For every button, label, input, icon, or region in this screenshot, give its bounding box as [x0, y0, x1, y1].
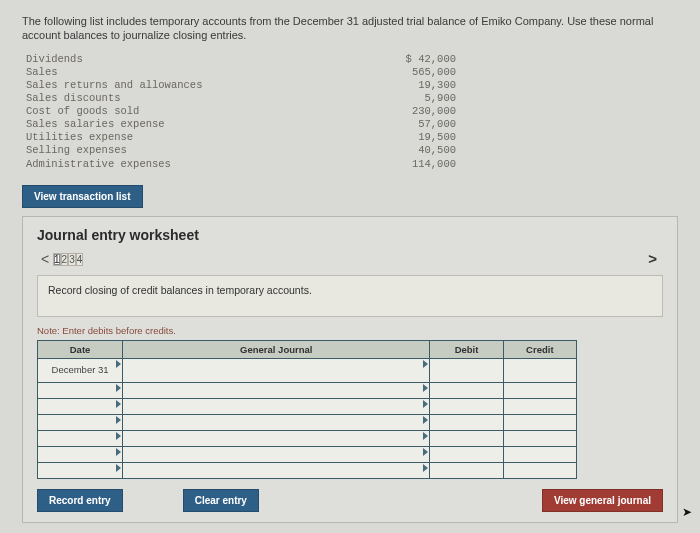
- account-label: Sales discounts: [26, 92, 346, 105]
- col-header-credit: Credit: [503, 340, 576, 358]
- table-row: [38, 414, 577, 430]
- accounts-table: DividendsSalesSales returns and allowanc…: [26, 53, 678, 171]
- debit-cell[interactable]: [430, 358, 503, 382]
- col-header-date: Date: [38, 340, 123, 358]
- general-journal-cell[interactable]: [123, 462, 430, 478]
- date-cell[interactable]: [38, 382, 123, 398]
- debit-cell[interactable]: [430, 382, 503, 398]
- debit-cell[interactable]: [430, 398, 503, 414]
- account-value: 114,000: [346, 158, 456, 171]
- date-cell[interactable]: [38, 398, 123, 414]
- date-cell[interactable]: [38, 430, 123, 446]
- step-tab-1[interactable]: 1: [53, 253, 61, 266]
- credit-cell[interactable]: [503, 446, 576, 462]
- worksheet-title: Journal entry worksheet: [37, 227, 663, 243]
- chevron-left-icon[interactable]: <: [37, 251, 53, 267]
- credit-cell[interactable]: [503, 430, 576, 446]
- account-value: 5,900: [346, 92, 456, 105]
- step-navigator: < 1234 >: [37, 249, 663, 269]
- account-value: 19,300: [346, 79, 456, 92]
- view-transaction-list-button[interactable]: View transaction list: [22, 185, 143, 208]
- debit-cell[interactable]: [430, 462, 503, 478]
- credit-cell[interactable]: [503, 382, 576, 398]
- account-value: $ 42,000: [346, 53, 456, 66]
- debit-cell[interactable]: [430, 414, 503, 430]
- step-tab-2[interactable]: 2: [61, 253, 69, 266]
- credit-cell[interactable]: [503, 398, 576, 414]
- general-journal-cell[interactable]: [123, 382, 430, 398]
- account-value: 57,000: [346, 118, 456, 131]
- account-label: Dividends: [26, 53, 346, 66]
- table-row: December 31: [38, 358, 577, 382]
- step-tab-4[interactable]: 4: [76, 253, 84, 266]
- date-cell[interactable]: [38, 462, 123, 478]
- col-header-general-journal: General Journal: [123, 340, 430, 358]
- general-journal-cell[interactable]: [123, 358, 430, 382]
- account-label: Sales returns and allowances: [26, 79, 346, 92]
- general-journal-cell[interactable]: [123, 446, 430, 462]
- debit-cell[interactable]: [430, 430, 503, 446]
- credit-cell[interactable]: [503, 414, 576, 430]
- step-tab-3[interactable]: 3: [68, 253, 76, 266]
- credit-cell[interactable]: [503, 462, 576, 478]
- table-row: [38, 446, 577, 462]
- account-label: Cost of goods sold: [26, 105, 346, 118]
- journal-entry-worksheet: Journal entry worksheet < 1234 > Record …: [22, 216, 678, 523]
- general-journal-cell[interactable]: [123, 398, 430, 414]
- date-cell[interactable]: [38, 414, 123, 430]
- note-text: Note: Enter debits before credits.: [37, 325, 663, 336]
- clear-entry-button[interactable]: Clear entry: [183, 489, 259, 512]
- instruction-bar: Record closing of credit balances in tem…: [37, 275, 663, 317]
- general-journal-cell[interactable]: [123, 414, 430, 430]
- debit-cell[interactable]: [430, 446, 503, 462]
- col-header-debit: Debit: [430, 340, 503, 358]
- record-entry-button[interactable]: Record entry: [37, 489, 123, 512]
- account-label: Sales: [26, 66, 346, 79]
- account-value: 565,000: [346, 66, 456, 79]
- account-label: Utilities expense: [26, 131, 346, 144]
- account-label: Selling expenses: [26, 144, 346, 157]
- table-row: [38, 462, 577, 478]
- general-journal-cell[interactable]: [123, 430, 430, 446]
- table-row: [38, 382, 577, 398]
- date-cell[interactable]: [38, 446, 123, 462]
- account-label: Sales salaries expense: [26, 118, 346, 131]
- chevron-right-icon[interactable]: >: [648, 250, 663, 267]
- date-cell[interactable]: December 31: [38, 358, 123, 382]
- account-value: 40,500: [346, 144, 456, 157]
- account-label: Administrative expenses: [26, 158, 346, 171]
- table-row: [38, 398, 577, 414]
- account-value: 230,000: [346, 105, 456, 118]
- credit-cell[interactable]: [503, 358, 576, 382]
- intro-text: The following list includes temporary ac…: [22, 14, 678, 43]
- table-row: [38, 430, 577, 446]
- cursor-icon: ➤: [682, 505, 692, 519]
- journal-table: Date General Journal Debit Credit Decemb…: [37, 340, 577, 479]
- account-value: 19,500: [346, 131, 456, 144]
- view-general-journal-button[interactable]: View general journal: [542, 489, 663, 512]
